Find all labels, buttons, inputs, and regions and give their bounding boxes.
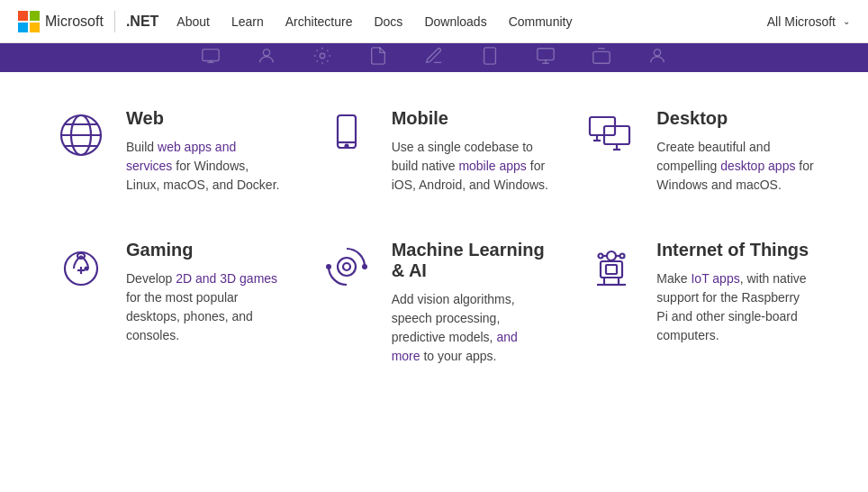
ml-title: Machine Learning & AI <box>392 240 549 281</box>
logo-group: Microsoft <box>18 11 104 32</box>
banner-icon-4 <box>368 46 388 70</box>
desktop-apps-link[interactable]: desktop apps <box>720 159 795 173</box>
svg-point-38 <box>599 254 603 259</box>
logo-blue <box>18 23 28 32</box>
svg-rect-5 <box>538 48 554 59</box>
iot-description: Make IoT apps, with native support for t… <box>656 269 814 345</box>
card-web: Web Build web apps and services for Wind… <box>54 108 284 195</box>
desktop-content: Desktop Create beautiful and compelling … <box>656 108 814 195</box>
dotnet-label: .NET <box>126 14 158 30</box>
ml-more-link[interactable]: and more <box>392 330 518 363</box>
iot-icon <box>584 240 638 294</box>
main-content: Web Build web apps and services for Wind… <box>0 72 868 402</box>
iot-content: Internet of Things Make IoT apps, with n… <box>656 240 814 345</box>
svg-point-33 <box>607 251 616 260</box>
web-content: Web Build web apps and services for Wind… <box>126 108 284 195</box>
gaming-title: Gaming <box>126 240 284 260</box>
nav-architecture[interactable]: Architecture <box>276 0 362 43</box>
card-ml: Machine Learning & AI Add vision algorit… <box>320 240 549 366</box>
card-desktop: Desktop Create beautiful and compelling … <box>584 108 814 195</box>
svg-rect-6 <box>593 51 610 63</box>
svg-rect-3 <box>484 47 496 63</box>
games-link[interactable]: 2D and 3D games <box>176 271 277 286</box>
desktop-description: Create beautiful and compelling desktop … <box>656 138 814 195</box>
nav-divider <box>114 11 115 32</box>
banner <box>0 43 868 72</box>
microsoft-logo <box>18 11 40 32</box>
all-microsoft-label: All Microsoft <box>767 14 836 29</box>
svg-point-1 <box>263 49 269 55</box>
svg-rect-0 <box>203 49 219 60</box>
banner-icon-1 <box>201 46 221 70</box>
svg-point-26 <box>86 268 88 270</box>
all-microsoft-menu[interactable]: All Microsoft ⌄ <box>767 14 850 29</box>
nav-downloads[interactable]: Downloads <box>415 0 495 43</box>
mobile-content: Mobile Use a single codebase to build na… <box>392 108 549 195</box>
web-icon <box>54 108 108 162</box>
card-iot: Internet of Things Make IoT apps, with n… <box>584 240 814 366</box>
svg-rect-32 <box>606 265 617 274</box>
microsoft-label: Microsoft <box>45 14 104 30</box>
nav-about[interactable]: About <box>167 0 219 43</box>
iot-title: Internet of Things <box>656 240 814 260</box>
gaming-icon <box>54 240 108 294</box>
mobile-icon <box>320 108 374 162</box>
svg-point-2 <box>320 53 325 59</box>
web-description: Build web apps and services for Windows,… <box>126 138 284 195</box>
desktop-title: Desktop <box>656 108 814 129</box>
banner-icon-7 <box>536 46 556 70</box>
svg-point-28 <box>343 263 350 270</box>
banner-icon-9 <box>647 46 667 70</box>
nav-learn[interactable]: Learn <box>222 0 273 43</box>
banner-icon-3 <box>312 46 332 70</box>
banner-icon-6 <box>480 46 500 70</box>
svg-point-29 <box>362 264 367 269</box>
logo-red <box>18 11 28 21</box>
cards-grid: Web Build web apps and services for Wind… <box>54 108 814 366</box>
ml-description: Add vision algorithms, speech processing… <box>392 290 549 366</box>
svg-point-30 <box>326 264 331 269</box>
ml-content: Machine Learning & AI Add vision algorit… <box>392 240 549 366</box>
web-title: Web <box>126 108 284 129</box>
svg-rect-31 <box>601 261 622 278</box>
nav-community[interactable]: Community <box>500 0 582 43</box>
ml-icon <box>320 240 374 294</box>
banner-icon-5 <box>424 46 444 70</box>
mobile-description: Use a single codebase to build native mo… <box>392 138 549 195</box>
card-gaming: Gaming Develop 2D and 3D games for the m… <box>54 240 284 366</box>
gaming-content: Gaming Develop 2D and 3D games for the m… <box>126 240 284 345</box>
navbar: Microsoft .NET About Learn Architecture … <box>0 0 868 43</box>
desktop-icon <box>584 108 638 162</box>
banner-icon-2 <box>257 46 276 70</box>
nav-docs[interactable]: Docs <box>365 0 411 43</box>
svg-point-39 <box>620 254 625 259</box>
mobile-title: Mobile <box>392 108 549 129</box>
mobile-apps-link[interactable]: mobile apps <box>458 159 527 173</box>
svg-point-7 <box>654 49 660 55</box>
banner-icon-8 <box>592 46 611 70</box>
svg-point-15 <box>345 145 348 148</box>
gaming-description: Develop 2D and 3D games for the most pop… <box>126 269 284 345</box>
nav-links: About Learn Architecture Docs Downloads … <box>167 0 581 43</box>
logo-yellow <box>30 23 40 32</box>
svg-point-27 <box>338 258 356 276</box>
logo-green <box>30 11 40 21</box>
iot-apps-link[interactable]: IoT apps <box>691 271 739 286</box>
chevron-down-icon: ⌄ <box>843 16 850 26</box>
web-apps-link[interactable]: web apps and services <box>126 140 236 173</box>
card-mobile: Mobile Use a single codebase to build na… <box>320 108 549 195</box>
